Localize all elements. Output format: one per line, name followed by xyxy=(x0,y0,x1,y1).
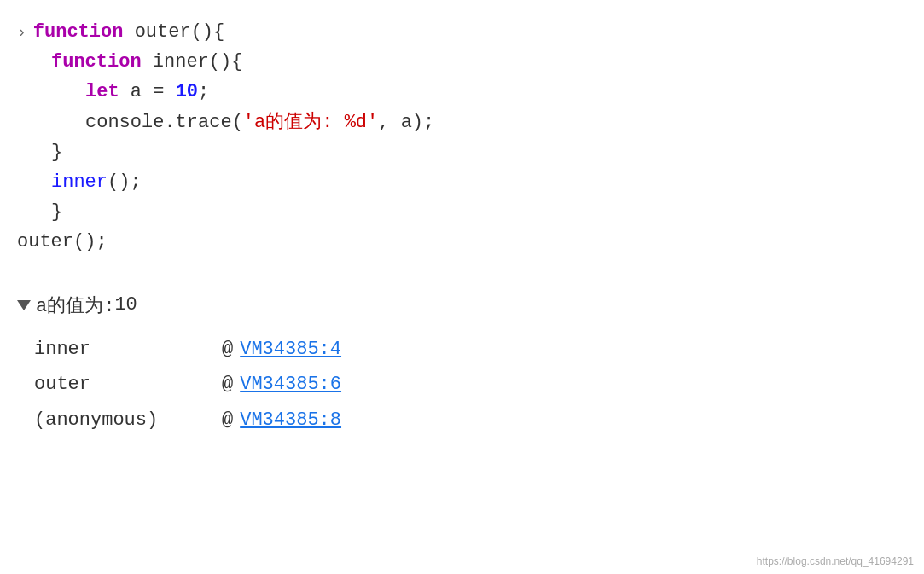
trace-link-inner[interactable]: VM34385:4 xyxy=(240,332,341,368)
code-line-1: › function outer(){ xyxy=(17,17,898,47)
code-plain-7: } xyxy=(51,197,62,227)
code-line-4: console.trace( 'a的值为: %d' , a); xyxy=(17,107,898,137)
trace-fn-outer: outer xyxy=(34,367,222,403)
trace-at-1: @ xyxy=(222,332,233,368)
trace-row-outer: outer @ VM34385:6 xyxy=(34,367,898,403)
triangle-down-icon[interactable] xyxy=(17,300,31,310)
code-plain-5: } xyxy=(51,137,62,167)
trace-table: inner @ VM34385:4 outer @ VM34385:6 (ano… xyxy=(17,332,898,438)
trace-link-anon[interactable]: VM34385:8 xyxy=(240,403,341,438)
main-container: › function outer(){ function inner(){ le… xyxy=(0,0,924,574)
string-literal: 'a的值为: %d' xyxy=(243,107,378,137)
trace-row-anon: (anonymous) @ VM34385:8 xyxy=(34,403,898,438)
code-plain-3b: ; xyxy=(198,77,209,107)
code-line-7: } xyxy=(17,197,898,227)
code-plain-3a: a = xyxy=(119,77,176,107)
trace-fn-anon: (anonymous) xyxy=(34,403,222,438)
keyword-function-2: function xyxy=(51,47,142,77)
inner-call: inner xyxy=(51,167,108,197)
trace-row-inner: inner @ VM34385:4 xyxy=(34,332,898,368)
code-plain-6: (); xyxy=(108,167,142,197)
code-line-6: inner (); xyxy=(17,167,898,197)
output-header: a的值为: 10 xyxy=(17,293,898,318)
code-line-2: function inner(){ xyxy=(17,47,898,77)
code-section: › function outer(){ function inner(){ le… xyxy=(0,0,924,275)
code-plain-1: outer(){ xyxy=(123,17,224,47)
code-plain-4a: console.trace( xyxy=(85,107,243,137)
code-line-3: let a = 10 ; xyxy=(17,77,898,107)
trace-at-2: @ xyxy=(222,367,233,403)
watermark: https://blog.csdn.net/qq_41694291 xyxy=(757,555,914,567)
number-10: 10 xyxy=(176,77,198,107)
code-line-8: outer(); xyxy=(17,227,898,257)
output-label: a的值为: xyxy=(36,293,114,318)
output-value: 10 xyxy=(114,294,137,316)
code-plain-4b: , a); xyxy=(378,107,434,137)
arrow-icon: › xyxy=(17,20,26,45)
code-plain-8: outer(); xyxy=(17,227,108,257)
code-plain-2: inner(){ xyxy=(142,47,243,77)
output-section: a的值为: 10 inner @ VM34385:4 outer @ VM343… xyxy=(0,275,924,575)
trace-link-outer[interactable]: VM34385:6 xyxy=(240,367,341,403)
keyword-let: let xyxy=(85,77,119,107)
trace-at-3: @ xyxy=(222,403,233,438)
code-line-5: } xyxy=(17,137,898,167)
keyword-function-1: function xyxy=(33,17,124,47)
trace-fn-inner: inner xyxy=(34,332,222,368)
